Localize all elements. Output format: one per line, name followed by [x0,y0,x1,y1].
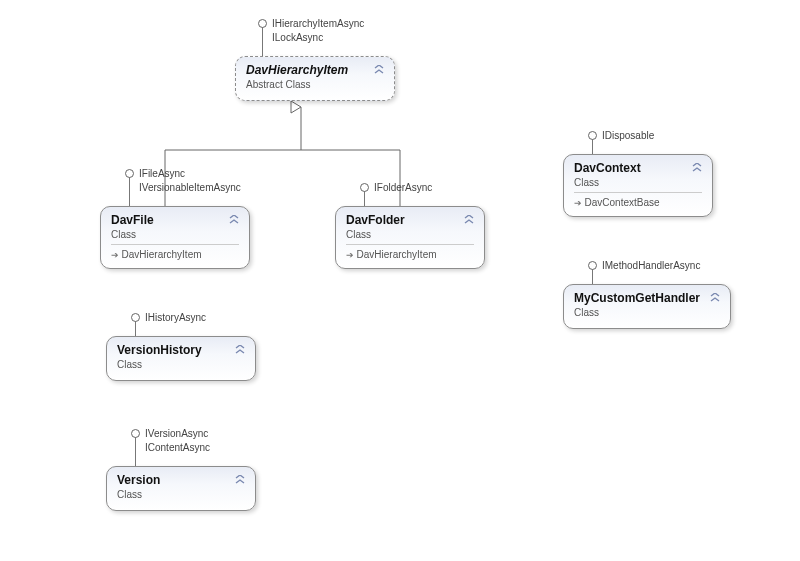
class-name: Version [117,473,245,487]
class-davfolder[interactable]: DavFolder Class DavHierarchyItem [335,206,485,269]
interface-label: IFolderAsync [374,182,432,193]
lollipop-stem [135,437,136,467]
interface-label: IHierarchyItemAsync [272,18,364,29]
lollipop-davhierarchyitem: IHierarchyItemAsync ILockAsync [258,16,364,44]
lollipop-davfile: IFileAsync IVersionableItemAsync [125,166,241,194]
class-base: DavContextBase [574,192,702,208]
class-davcontext[interactable]: DavContext Class DavContextBase [563,154,713,217]
class-name: MyCustomGetHandler [574,291,720,305]
class-davfile[interactable]: DavFile Class DavHierarchyItem [100,206,250,269]
lollipop-stem [129,177,130,207]
class-subtitle: Class [574,177,702,188]
class-subtitle: Class [574,307,720,318]
class-davhierarchyitem[interactable]: DavHierarchyItem Abstract Class [235,56,395,101]
interface-label: IHistoryAsync [145,312,206,323]
class-base: DavHierarchyItem [346,244,474,260]
diagram-canvas: IHierarchyItemAsync ILockAsync DavHierar… [0,0,800,561]
class-name: VersionHistory [117,343,245,357]
interface-label: IVersionableItemAsync [139,182,241,193]
expand-chevron-icon[interactable] [708,291,722,305]
lollipop-stem [262,27,263,57]
lollipop-stem [364,191,365,207]
class-mycustomgethandler[interactable]: MyCustomGetHandler Class [563,284,731,329]
class-versionhistory[interactable]: VersionHistory Class [106,336,256,381]
lollipop-versionhistory: IHistoryAsync [131,310,206,324]
interface-label: IMethodHandlerAsync [602,260,700,271]
interface-label: IContentAsync [145,442,210,453]
interface-label: IVersionAsync [145,428,208,439]
expand-chevron-icon[interactable] [462,213,476,227]
lollipop-davcontext: IDisposable [588,128,654,142]
class-subtitle: Class [117,359,245,370]
interface-label: IFileAsync [139,168,185,179]
class-base: DavHierarchyItem [111,244,239,260]
lollipop-davfolder: IFolderAsync [360,180,432,194]
lollipop-stem [592,139,593,155]
lollipop-stem [592,269,593,285]
expand-chevron-icon[interactable] [690,161,704,175]
lollipop-mycustomgethandler: IMethodHandlerAsync [588,258,700,272]
class-name: DavFile [111,213,239,227]
lollipop-version: IVersionAsync IContentAsync [131,426,210,454]
interface-label: ILockAsync [272,32,323,43]
class-name: DavFolder [346,213,474,227]
lollipop-stem [135,321,136,337]
expand-chevron-icon[interactable] [372,63,386,77]
expand-chevron-icon[interactable] [227,213,241,227]
class-subtitle: Class [346,229,474,240]
class-subtitle: Abstract Class [246,79,384,90]
interface-label: IDisposable [602,130,654,141]
class-name: DavHierarchyItem [246,63,384,77]
class-version[interactable]: Version Class [106,466,256,511]
class-name: DavContext [574,161,702,175]
expand-chevron-icon[interactable] [233,473,247,487]
class-subtitle: Class [117,489,245,500]
expand-chevron-icon[interactable] [233,343,247,357]
class-subtitle: Class [111,229,239,240]
